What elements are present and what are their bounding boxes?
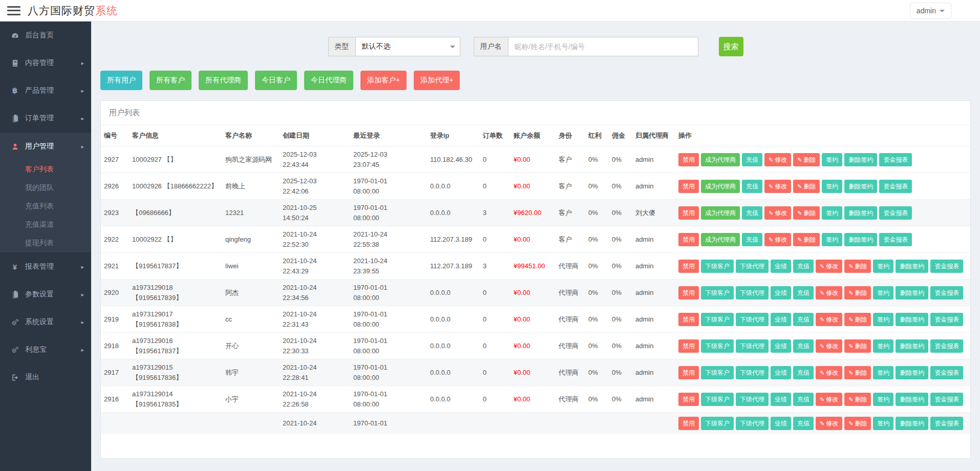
delete-sign-button[interactable]: 删除签约 (844, 153, 877, 166)
add-customer-button[interactable]: 添加客户+ (360, 71, 407, 90)
delete-sign-button[interactable]: 删除签约 (896, 286, 928, 299)
sub-agents-button[interactable]: 下级代理 (736, 260, 769, 273)
all-customers-button[interactable]: 所有客户 (150, 71, 191, 90)
delete-button[interactable]: ✎删除 (844, 260, 871, 273)
disable-button[interactable]: 禁用 (678, 417, 699, 430)
recharge-button[interactable]: 充值 (793, 260, 814, 273)
sub-customers-button[interactable]: 下级客户 (701, 313, 734, 326)
disable-button[interactable]: 禁用 (678, 233, 699, 246)
sub-customers-button[interactable]: 下级客户 (701, 339, 734, 353)
delete-sign-button[interactable]: 删除签约 (896, 339, 928, 353)
all-users-button[interactable]: 所有用户 (100, 71, 142, 90)
sign-button[interactable]: 签约 (873, 260, 893, 273)
sub-customers-button[interactable]: 下级客户 (701, 366, 734, 379)
today-agents-button[interactable]: 今日代理商 (304, 71, 353, 90)
hamburger-menu-icon[interactable] (7, 6, 20, 15)
recharge-button[interactable]: 充值 (793, 417, 814, 430)
sign-button[interactable]: 签约 (822, 180, 842, 193)
recharge-button[interactable]: 充值 (793, 286, 814, 299)
sub-customers-button[interactable]: 下级客户 (701, 286, 734, 299)
edit-button[interactable]: ✎修改 (764, 206, 791, 220)
delete-button[interactable]: ✎删除 (844, 286, 871, 299)
delete-sign-button[interactable]: 删除签约 (896, 260, 928, 273)
sidebar-item-order-mgmt[interactable]: 订单管理▸ (0, 104, 91, 132)
sub-customers-button[interactable]: 下级客户 (701, 393, 734, 406)
sidebar-subitem-withdraw-list[interactable]: 提现列表 (0, 234, 91, 252)
disable-button[interactable]: 禁用 (678, 339, 699, 353)
sub-agents-button[interactable]: 下级代理 (736, 366, 769, 379)
delete-button[interactable]: ✎删除 (844, 393, 871, 406)
sign-button[interactable]: 签约 (822, 206, 842, 220)
sub-customers-button[interactable]: 下级客户 (701, 260, 734, 273)
sidebar-item-user-mgmt[interactable]: 用户管理▸ (0, 133, 91, 160)
performance-button[interactable]: 业绩 (771, 393, 791, 406)
sub-agents-button[interactable]: 下级代理 (736, 286, 769, 299)
disable-button[interactable]: 禁用 (678, 260, 699, 273)
sidebar-item-report-mgmt[interactable]: ¥报表管理▸ (0, 253, 91, 281)
recharge-button[interactable]: 充值 (742, 206, 762, 220)
funds-report-button[interactable]: 资金报表 (930, 339, 963, 353)
disable-button[interactable]: 禁用 (678, 313, 699, 326)
sign-button[interactable]: 签约 (822, 233, 842, 246)
delete-sign-button[interactable]: 删除签约 (896, 393, 928, 406)
recharge-button[interactable]: 充值 (742, 153, 762, 166)
edit-button[interactable]: ✎修改 (816, 339, 842, 353)
performance-button[interactable]: 业绩 (771, 366, 791, 379)
sign-button[interactable]: 签约 (873, 313, 893, 326)
sign-button[interactable]: 签约 (873, 366, 893, 379)
sub-agents-button[interactable]: 下级代理 (736, 393, 769, 406)
delete-sign-button[interactable]: 删除签约 (896, 417, 928, 430)
performance-button[interactable]: 业绩 (771, 313, 791, 326)
edit-button[interactable]: ✎修改 (816, 417, 842, 430)
disable-button[interactable]: 禁用 (678, 393, 699, 406)
disable-button[interactable]: 禁用 (678, 180, 699, 193)
delete-button[interactable]: ✎删除 (793, 153, 820, 166)
funds-report-button[interactable]: 资金报表 (879, 153, 912, 166)
add-agent-button[interactable]: 添加代理+ (414, 71, 460, 90)
edit-button[interactable]: ✎修改 (764, 153, 791, 166)
funds-report-button[interactable]: 资金报表 (930, 286, 963, 299)
sign-button[interactable]: 签约 (822, 153, 842, 166)
sidebar-subitem-recharge-channel[interactable]: 充值渠道 (0, 216, 91, 234)
sidebar-item-dashboard[interactable]: 后台首页 (0, 22, 91, 49)
delete-sign-button[interactable]: 删除签约 (844, 206, 877, 220)
become-agent-button[interactable]: 成为代理商 (701, 233, 740, 246)
delete-button[interactable]: ✎删除 (793, 233, 820, 246)
sidebar-item-logout[interactable]: 退出 (0, 363, 91, 391)
edit-button[interactable]: ✎修改 (816, 286, 842, 299)
edit-button[interactable]: ✎修改 (816, 313, 842, 326)
delete-button[interactable]: ✎删除 (844, 417, 871, 430)
funds-report-button[interactable]: 资金报表 (930, 366, 963, 379)
sub-agents-button[interactable]: 下级代理 (736, 313, 769, 326)
sidebar-item-param-settings[interactable]: 参数设置▸ (0, 281, 91, 308)
delete-button[interactable]: ✎删除 (844, 339, 871, 353)
recharge-button[interactable]: 充值 (742, 180, 762, 193)
delete-button[interactable]: ✎删除 (793, 180, 820, 193)
search-button[interactable]: 搜索 (719, 37, 743, 56)
funds-report-button[interactable]: 资金报表 (930, 313, 963, 326)
recharge-button[interactable]: 充值 (793, 339, 814, 353)
today-customers-button[interactable]: 今日客户 (255, 71, 297, 90)
disable-button[interactable]: 禁用 (678, 153, 699, 166)
recharge-button[interactable]: 充值 (742, 233, 762, 246)
delete-sign-button[interactable]: 删除签约 (844, 180, 877, 193)
delete-sign-button[interactable]: 删除签约 (896, 313, 928, 326)
funds-report-button[interactable]: 资金报表 (879, 180, 912, 193)
recharge-button[interactable]: 充值 (793, 313, 814, 326)
become-agent-button[interactable]: 成为代理商 (701, 180, 740, 193)
delete-sign-button[interactable]: 删除签约 (896, 366, 928, 379)
sidebar-subitem-my-team[interactable]: 我的团队 (0, 179, 91, 197)
funds-report-button[interactable]: 资金报表 (930, 260, 963, 273)
disable-button[interactable]: 禁用 (678, 366, 699, 379)
become-agent-button[interactable]: 成为代理商 (701, 206, 740, 220)
sub-customers-button[interactable]: 下级客户 (701, 417, 734, 430)
performance-button[interactable]: 业绩 (771, 339, 791, 353)
username-input[interactable] (508, 37, 698, 56)
recharge-button[interactable]: 充值 (793, 393, 814, 406)
funds-report-button[interactable]: 资金报表 (879, 206, 912, 220)
sidebar-item-interest-treasure[interactable]: 利息宝▸ (0, 336, 91, 363)
edit-button[interactable]: ✎修改 (816, 393, 842, 406)
recharge-button[interactable]: 充值 (793, 366, 814, 379)
sign-button[interactable]: 签约 (873, 339, 893, 353)
funds-report-button[interactable]: 资金报表 (879, 233, 912, 246)
